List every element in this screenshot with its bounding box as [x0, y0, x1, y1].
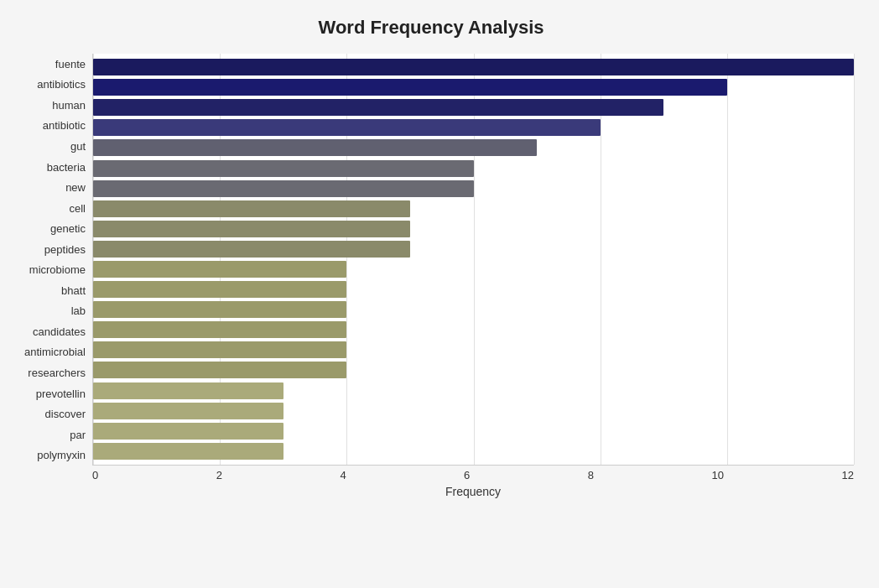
- bar-row: [93, 422, 854, 440]
- bar: [93, 221, 410, 237]
- bar: [93, 119, 601, 136]
- y-label: antibiotics: [37, 75, 86, 96]
- bar: [93, 261, 346, 278]
- bar: [93, 423, 283, 440]
- bar: [93, 241, 410, 258]
- chart-title: Word Frequency Analysis: [8, 17, 854, 39]
- y-label: antibiotic: [43, 116, 86, 137]
- chart-container: Word Frequency Analysis fuenteantibiotic…: [0, 0, 879, 588]
- chart-area: fuenteantibioticshumanantibioticgutbacte…: [8, 54, 854, 466]
- bar-row: [93, 180, 854, 198]
- y-label: discover: [45, 403, 86, 424]
- y-label: lab: [71, 301, 86, 322]
- bar: [93, 321, 346, 338]
- x-tick: 6: [464, 469, 470, 481]
- bar: [93, 281, 346, 298]
- bars-wrapper: [93, 54, 854, 465]
- y-label: candidates: [33, 321, 86, 342]
- bar-row: [93, 220, 854, 238]
- bar: [93, 301, 346, 318]
- y-label: gut: [70, 136, 86, 157]
- bar-row: [93, 98, 854, 117]
- y-label: bhatt: [61, 280, 86, 301]
- bar: [93, 180, 474, 197]
- y-label: cell: [69, 198, 86, 219]
- bar: [93, 200, 410, 217]
- bar-row: [93, 260, 854, 278]
- bar-row: [93, 159, 854, 178]
- bar-row: [93, 78, 854, 96]
- y-label: polymyxin: [37, 445, 86, 466]
- bar-row: [93, 200, 854, 218]
- y-label: researchers: [28, 362, 86, 383]
- bar: [93, 59, 854, 75]
- x-tick: 12: [841, 469, 853, 481]
- y-axis: fuenteantibioticshumanantibioticgutbacte…: [8, 54, 92, 466]
- x-tick: 2: [216, 469, 222, 481]
- x-tick: 4: [340, 469, 346, 481]
- bar-row: [93, 320, 854, 339]
- bar-row: [93, 442, 854, 461]
- y-label: peptides: [44, 239, 86, 260]
- bar-row: [93, 300, 854, 319]
- y-label: bacteria: [47, 157, 86, 178]
- y-label: antimicrobial: [24, 342, 86, 363]
- bar-row: [93, 402, 854, 420]
- bar-row: [93, 58, 854, 76]
- bar: [93, 99, 663, 116]
- y-label: new: [65, 177, 86, 198]
- y-label: par: [70, 424, 86, 445]
- y-label: human: [52, 95, 86, 116]
- bar-row: [93, 341, 854, 359]
- x-tick: 8: [588, 469, 594, 481]
- bar-row: [93, 382, 854, 400]
- x-axis-label: Frequency: [8, 485, 854, 498]
- y-label: fuente: [55, 54, 86, 75]
- x-tick: 0: [92, 469, 98, 481]
- y-label: genetic: [50, 218, 86, 239]
- y-label: microbiome: [29, 259, 86, 280]
- bar-row: [93, 118, 854, 137]
- bar: [93, 139, 537, 156]
- x-axis: 024681012: [8, 469, 854, 481]
- grid-line: [854, 54, 855, 465]
- bar: [93, 443, 283, 460]
- bar-row: [93, 138, 854, 157]
- bar-row: [93, 240, 854, 258]
- bar: [93, 79, 727, 96]
- bar: [93, 160, 474, 177]
- y-label: prevotellin: [36, 383, 86, 404]
- plot-area: [92, 54, 854, 466]
- bar-row: [93, 361, 854, 379]
- bar-row: [93, 280, 854, 299]
- bar: [93, 341, 346, 358]
- bar: [93, 403, 283, 419]
- bar: [93, 362, 346, 378]
- x-tick: 10: [712, 469, 724, 481]
- bar: [93, 382, 283, 399]
